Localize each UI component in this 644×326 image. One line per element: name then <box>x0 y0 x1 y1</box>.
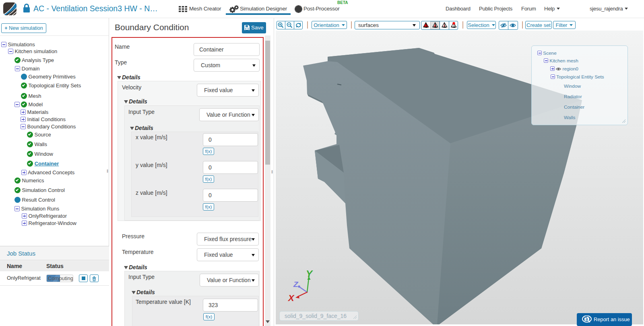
svg-text:Y: Y <box>306 268 313 279</box>
svg-text:X: X <box>287 293 295 303</box>
svg-text:Z: Z <box>293 280 299 289</box>
